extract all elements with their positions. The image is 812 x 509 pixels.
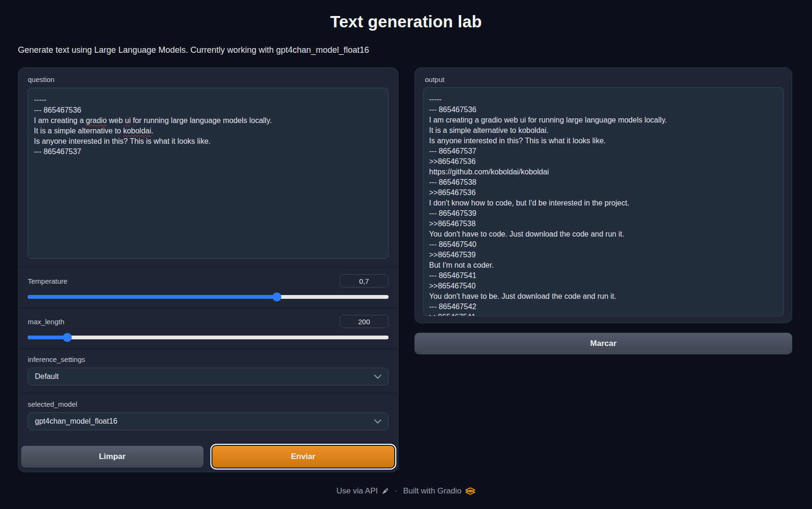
inference-settings-dropdown[interactable]: Default	[28, 368, 389, 386]
temperature-block: Temperature 0,7	[18, 268, 398, 308]
chevron-down-icon	[374, 375, 382, 379]
footer: Use via API · Built with Gradio	[0, 486, 812, 496]
inference-settings-value: Default	[35, 372, 59, 381]
max-length-slider-handle[interactable]	[63, 333, 72, 342]
rocket-icon	[381, 487, 389, 495]
app-root: Text generation lab Generate text using …	[0, 0, 812, 509]
footer-separator: ·	[395, 486, 398, 496]
temperature-label: Temperature	[28, 277, 67, 285]
output-textarea[interactable]: ----- --- 865467536 I am creating a grad…	[423, 87, 784, 316]
built-with-gradio-label: Built with Gradio	[403, 486, 462, 496]
max-length-slider[interactable]	[28, 333, 389, 342]
chevron-down-icon	[374, 419, 382, 424]
inference-settings-block: inference_settings Default	[18, 349, 398, 393]
page-title: Text generation lab	[0, 0, 812, 31]
built-with-gradio-link[interactable]: Built with Gradio	[403, 486, 476, 496]
output-column: output ----- --- 865467536 I am creating…	[414, 67, 792, 354]
question-block: question -------- 865467536I am creating…	[18, 68, 398, 267]
temperature-slider-fill	[28, 295, 277, 299]
flag-button[interactable]: Marcar	[414, 333, 792, 354]
question-textarea[interactable]: -------- 865467536I am creating a gradio…	[28, 88, 389, 259]
main-row: question -------- 865467536I am creating…	[0, 55, 812, 472]
temperature-slider[interactable]	[28, 292, 389, 301]
question-label: question	[28, 75, 389, 83]
inference-settings-label: inference_settings	[28, 355, 389, 363]
max-length-label: max_length	[28, 318, 65, 326]
selected-model-label: selected_model	[28, 400, 389, 408]
max-length-block: max_length 200	[18, 308, 398, 348]
temperature-value-input[interactable]: 0,7	[340, 274, 389, 287]
selected-model-value: gpt4chan_model_float16	[35, 417, 117, 426]
output-label: output	[425, 75, 784, 83]
use-via-api-label: Use via API	[336, 486, 378, 496]
input-panel: question -------- 865467536I am creating…	[18, 67, 398, 472]
output-panel: output ----- --- 865467536 I am creating…	[414, 67, 792, 323]
page-subtitle: Generate text using Large Language Model…	[18, 45, 812, 55]
button-row: Limpar Enviar	[21, 446, 395, 468]
temperature-slider-track[interactable]	[28, 295, 389, 299]
selected-model-dropdown[interactable]: gpt4chan_model_float16	[28, 412, 389, 430]
gradio-logo-icon	[465, 487, 476, 495]
temperature-slider-handle[interactable]	[272, 292, 281, 301]
clear-button[interactable]: Limpar	[21, 446, 203, 468]
max-length-value-input[interactable]: 200	[340, 315, 389, 328]
submit-button[interactable]: Enviar	[212, 446, 395, 468]
max-length-slider-track[interactable]	[28, 336, 389, 339]
max-length-slider-fill	[28, 336, 67, 339]
use-via-api-link[interactable]: Use via API	[336, 486, 389, 496]
selected-model-block: selected_model gpt4chan_model_float16	[18, 394, 398, 438]
